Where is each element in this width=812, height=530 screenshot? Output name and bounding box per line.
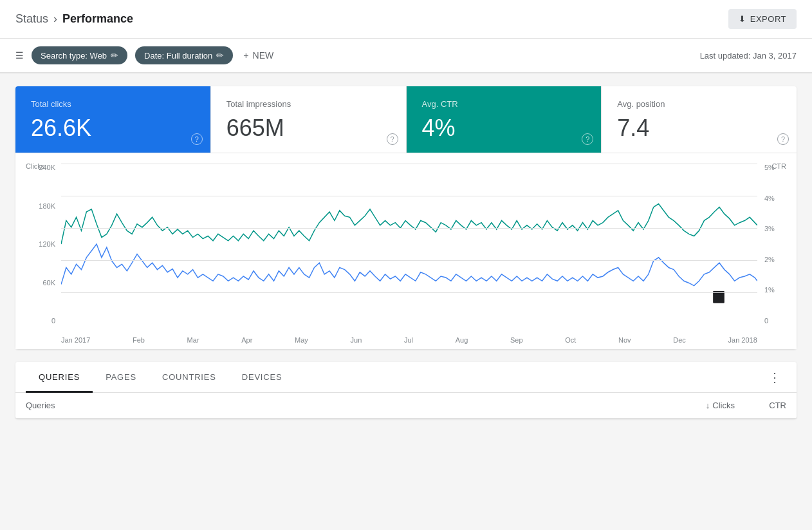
tab-pages[interactable]: PAGES bbox=[93, 362, 149, 392]
total-impressions-help-icon[interactable]: ? bbox=[387, 133, 398, 145]
metric-cards-row: Total clicks 26.6K ? Total impressions 6… bbox=[15, 86, 797, 153]
avg-ctr-value: 4% bbox=[422, 117, 586, 140]
x-feb: Feb bbox=[133, 336, 145, 344]
new-filter-label: NEW bbox=[253, 50, 274, 61]
grid-line-3 bbox=[61, 228, 757, 229]
y-right-1pct: 1% bbox=[764, 286, 775, 294]
grid-line-5 bbox=[61, 292, 757, 293]
metrics-chart-container: Total clicks 26.6K ? Total impressions 6… bbox=[15, 86, 797, 349]
x-aug: Aug bbox=[456, 336, 468, 344]
search-type-edit-icon: ✏ bbox=[111, 50, 118, 61]
grid-line-2 bbox=[61, 196, 757, 196]
avg-position-value: 7.4 bbox=[617, 117, 781, 140]
x-oct: Oct bbox=[565, 336, 576, 344]
x-nov: Nov bbox=[618, 336, 631, 344]
more-options-button[interactable]: ⋮ bbox=[763, 364, 786, 390]
search-type-chip[interactable]: Search type: Web ✏ bbox=[32, 46, 127, 64]
breadcrumb-chevron: › bbox=[53, 12, 57, 26]
bottom-section: QUERIES PAGES COUNTRIES DEVICES ⋮ Querie… bbox=[15, 362, 797, 419]
filter-icon[interactable]: ☰ bbox=[15, 50, 24, 61]
table-col-ctr-header: CTR bbox=[735, 401, 786, 410]
chart-area: Clicks CTR 240K 180K 120K 60K 0 5% 4% 3%… bbox=[15, 153, 797, 349]
total-clicks-value: 26.6K bbox=[31, 117, 195, 140]
metric-card-avg-ctr[interactable]: Avg. CTR 4% ? bbox=[407, 86, 602, 153]
date-label: Date: Full duration bbox=[144, 51, 212, 61]
grid-line-4 bbox=[61, 260, 757, 261]
grid-line-1 bbox=[61, 164, 757, 164]
search-type-label: Search type: Web bbox=[41, 51, 107, 61]
export-label: EXPORT bbox=[750, 14, 786, 24]
y-axis-right: 5% 4% 3% 2% 1% 0 bbox=[761, 164, 786, 325]
tab-devices[interactable]: DEVICES bbox=[229, 362, 295, 392]
metric-card-avg-position[interactable]: Avg. position 7.4 ? bbox=[602, 86, 797, 153]
y-axis-left: 240K 180K 120K 60K 0 bbox=[26, 164, 58, 325]
tabs-row: QUERIES PAGES COUNTRIES DEVICES ⋮ bbox=[15, 362, 797, 393]
x-may: May bbox=[295, 336, 308, 344]
clicks-col-label: Clicks bbox=[712, 401, 735, 410]
y-right-4pct: 4% bbox=[764, 194, 775, 202]
total-impressions-label: Total impressions bbox=[226, 99, 391, 109]
y-right-2pct: 2% bbox=[764, 256, 775, 263]
x-dec: Dec bbox=[673, 336, 686, 344]
x-jul: Jul bbox=[404, 336, 413, 344]
avg-ctr-help-icon[interactable]: ? bbox=[582, 133, 593, 145]
export-button[interactable]: ⬇ EXPORT bbox=[728, 9, 797, 29]
page-title: Performance bbox=[62, 12, 133, 26]
metric-card-total-impressions[interactable]: Total impressions 665M ? bbox=[211, 86, 407, 153]
chart-grid bbox=[61, 164, 757, 325]
chart-plot bbox=[61, 164, 757, 325]
x-jan2018: Jan 2018 bbox=[728, 336, 757, 344]
y-right-0: 0 bbox=[764, 317, 768, 325]
x-axis: Jan 2017 Feb Mar Apr May Jun Jul Aug Sep… bbox=[61, 325, 757, 344]
total-clicks-help-icon[interactable]: ? bbox=[191, 133, 203, 145]
last-updated: Last updated: Jan 3, 2017 bbox=[700, 51, 797, 61]
avg-ctr-label: Avg. CTR bbox=[422, 99, 586, 109]
chart-wrapper: Clicks CTR 240K 180K 120K 60K 0 5% 4% 3%… bbox=[26, 164, 786, 344]
table-col-queries-header: Queries bbox=[26, 401, 658, 410]
status-link[interactable]: Status bbox=[15, 12, 48, 26]
x-sep: Sep bbox=[510, 336, 523, 344]
y-left-60k: 60K bbox=[42, 279, 58, 287]
main-content: Total clicks 26.6K ? Total impressions 6… bbox=[0, 73, 812, 431]
tab-queries[interactable]: QUERIES bbox=[26, 362, 93, 392]
y-right-5pct: 5% bbox=[764, 164, 775, 171]
tab-countries[interactable]: COUNTRIES bbox=[149, 362, 229, 392]
breadcrumb: Status › Performance bbox=[15, 12, 133, 26]
y-right-3pct: 3% bbox=[764, 225, 775, 232]
total-clicks-label: Total clicks bbox=[31, 99, 195, 109]
x-apr: Apr bbox=[241, 336, 252, 344]
page-header: Status › Performance ⬇ EXPORT bbox=[0, 0, 812, 39]
table-header: Queries ↓ Clicks CTR bbox=[15, 393, 797, 419]
x-mar: Mar bbox=[187, 336, 199, 344]
new-filter-button[interactable]: + NEW bbox=[243, 50, 273, 61]
metric-card-total-clicks[interactable]: Total clicks 26.6K ? bbox=[15, 86, 211, 153]
plus-icon: + bbox=[243, 50, 248, 61]
export-icon: ⬇ bbox=[739, 14, 746, 24]
avg-position-label: Avg. position bbox=[617, 99, 781, 109]
filter-bar: ☰ Search type: Web ✏ Date: Full duration… bbox=[0, 39, 812, 73]
x-jun: Jun bbox=[351, 336, 362, 344]
table-col-clicks-header[interactable]: ↓ Clicks bbox=[658, 401, 735, 410]
y-left-120k: 120K bbox=[39, 240, 58, 248]
sort-arrow-icon: ↓ bbox=[706, 401, 710, 410]
x-jan2017: Jan 2017 bbox=[61, 336, 90, 344]
date-chip[interactable]: Date: Full duration ✏ bbox=[135, 46, 233, 64]
y-left-240k: 240K bbox=[39, 164, 58, 171]
total-impressions-value: 665M bbox=[226, 117, 391, 140]
y-left-180k: 180K bbox=[39, 202, 58, 210]
avg-position-help-icon[interactable]: ? bbox=[777, 133, 789, 145]
date-edit-icon: ✏ bbox=[216, 50, 224, 61]
y-left-0: 0 bbox=[51, 317, 58, 325]
